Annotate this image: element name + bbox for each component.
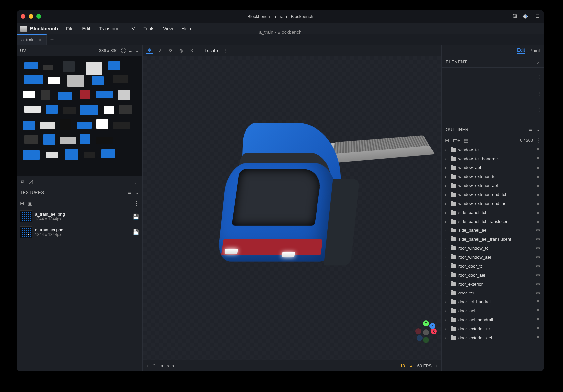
gizmo-y-axis[interactable]: Y xyxy=(423,320,429,326)
save-texture-icon[interactable]: 💾 xyxy=(132,213,139,220)
visibility-icon[interactable]: 👁 xyxy=(536,236,541,242)
warning-icon[interactable]: ▲ xyxy=(409,363,413,368)
rotate-tool-icon[interactable]: ⟳ xyxy=(167,47,174,54)
chevron-right-icon[interactable]: › xyxy=(445,309,448,313)
minimize-window-button[interactable] xyxy=(29,14,33,19)
element-options-icon[interactable]: ≡ xyxy=(529,59,532,65)
close-window-button[interactable] xyxy=(21,14,25,19)
chevron-right-icon[interactable]: › xyxy=(445,157,448,161)
chevron-right-icon[interactable]: › xyxy=(445,318,448,322)
texture-row[interactable]: a_train_tcl.png 1344 x 1344px 💾 xyxy=(17,224,142,240)
outliner-more-icon[interactable]: ⋮ xyxy=(536,137,541,143)
add-group-button[interactable]: 🗀+ xyxy=(453,137,460,143)
outliner-item[interactable]: ›roof_door_ael👁 xyxy=(442,271,544,280)
outliner-item[interactable]: ›window_exterior_end_ael👁 xyxy=(442,199,544,208)
breadcrumb-back-icon[interactable]: ‹ xyxy=(147,363,148,369)
visibility-icon[interactable]: 👁 xyxy=(536,281,541,287)
resize-tool-icon[interactable]: ⤢ xyxy=(157,47,163,54)
outliner-item[interactable]: ›window_tcl_handrails👁 xyxy=(442,154,544,163)
visibility-icon[interactable]: 👁 xyxy=(536,174,541,179)
visibility-icon[interactable]: 👁 xyxy=(536,210,541,215)
chevron-right-icon[interactable]: › xyxy=(445,211,448,215)
outliner-item[interactable]: ›door_ael_handrail👁 xyxy=(442,315,544,324)
chevron-right-icon[interactable]: › xyxy=(445,175,448,179)
visibility-icon[interactable]: 👁 xyxy=(536,201,541,206)
outliner-options-icon[interactable]: ≡ xyxy=(529,127,532,132)
menu-transform[interactable]: Transform xyxy=(96,25,123,33)
visibility-icon[interactable]: 👁 xyxy=(536,263,541,269)
warning-count[interactable]: 13 xyxy=(400,363,405,368)
visibility-icon[interactable]: 👁 xyxy=(536,254,541,260)
element-collapse-icon[interactable]: ⌄ xyxy=(536,59,540,65)
visibility-icon[interactable]: 👁 xyxy=(536,183,541,188)
outliner-item[interactable]: ›side_panel_ael👁 xyxy=(442,226,544,235)
import-texture-button[interactable]: ▣ xyxy=(28,200,32,206)
chevron-right-icon[interactable]: › xyxy=(445,246,448,250)
chevron-right-icon[interactable]: › xyxy=(445,193,448,197)
tab-a-train[interactable]: a_train × xyxy=(17,34,47,45)
chevron-right-icon[interactable]: › xyxy=(445,300,448,304)
viewport-menu-icon[interactable]: ☰ xyxy=(534,13,541,19)
visibility-icon[interactable]: 👁 xyxy=(536,245,541,251)
outliner-item[interactable]: ›door_tcl👁 xyxy=(442,289,544,297)
outliner-item[interactable]: ›window_tcl👁 xyxy=(442,145,544,154)
add-cube-button[interactable]: ⊞ xyxy=(445,137,449,143)
outliner-item[interactable]: ›window_exterior_ael👁 xyxy=(442,181,544,190)
chevron-right-icon[interactable]: › xyxy=(445,327,448,331)
outliner-collapse-icon[interactable]: ⌄ xyxy=(536,127,540,133)
uv-options-icon[interactable]: ≡ xyxy=(129,48,132,53)
fullscreen-icon[interactable]: ⛶ xyxy=(121,48,126,53)
save-texture-icon[interactable]: 💾 xyxy=(132,229,139,235)
mirror-icon[interactable]: ◿ xyxy=(29,179,33,185)
gizmo-z-axis[interactable]: Z xyxy=(429,323,435,329)
outliner-item[interactable]: ›window_exterior_end_tcl👁 xyxy=(442,190,544,199)
outliner-item[interactable]: ›side_panel_ael_translucent👁 xyxy=(442,235,544,244)
mode-paint[interactable]: Paint xyxy=(529,48,540,53)
visibility-icon[interactable]: 👁 xyxy=(536,219,541,224)
uv-collapse-icon[interactable]: ⌄ xyxy=(135,48,139,53)
uv-viewport[interactable] xyxy=(17,56,142,176)
screenshot-icon[interactable]: 🖼 xyxy=(512,13,518,19)
menu-help[interactable]: Help xyxy=(178,25,194,33)
chevron-right-icon[interactable]: › xyxy=(445,202,448,206)
chevron-right-icon[interactable]: › xyxy=(445,229,448,232)
link-icon[interactable]: ⧉ xyxy=(21,179,24,185)
visibility-icon[interactable]: 👁 xyxy=(536,228,541,233)
outliner-item[interactable]: ›door_tcl_handrail👁 xyxy=(442,297,544,306)
new-tab-button[interactable]: + xyxy=(47,36,57,43)
breadcrumb-root-icon[interactable]: 🗀 xyxy=(152,363,157,368)
outliner-item[interactable]: ›side_panel_tcl_translucent👁 xyxy=(442,217,544,226)
chevron-right-icon[interactable]: › xyxy=(445,184,448,188)
toggle-button[interactable]: ▤ xyxy=(464,137,468,143)
vertex-tool-icon[interactable]: ⤭ xyxy=(188,47,195,54)
visibility-icon[interactable]: 👁 xyxy=(536,272,541,278)
visibility-icon[interactable]: 👁 xyxy=(536,192,541,197)
chevron-right-icon[interactable]: › xyxy=(445,273,448,277)
visibility-icon[interactable]: 👁 xyxy=(536,308,541,314)
chevron-right-icon[interactable]: › xyxy=(445,255,448,259)
logo[interactable]: Blockbench xyxy=(20,26,58,32)
visibility-icon[interactable]: 👁 xyxy=(536,299,541,305)
outliner-item[interactable]: ›roof_exterior👁 xyxy=(442,280,544,289)
menu-uv[interactable]: UV xyxy=(125,25,138,33)
maximize-window-button[interactable] xyxy=(36,14,41,19)
outliner-item[interactable]: ›roof_door_tcl👁 xyxy=(442,262,544,271)
textures-more-icon[interactable]: ⋮ xyxy=(134,200,139,206)
menu-file[interactable]: File xyxy=(63,25,77,33)
menu-edit[interactable]: Edit xyxy=(79,25,94,33)
chevron-right-icon[interactable]: › xyxy=(445,220,448,224)
texture-row[interactable]: a_train_ael.png 1344 x 1344px 💾 xyxy=(17,208,142,224)
tab-close-icon[interactable]: × xyxy=(39,37,42,43)
menu-tools[interactable]: Tools xyxy=(140,25,158,33)
chevron-right-icon[interactable]: › xyxy=(445,166,448,170)
menu-view[interactable]: View xyxy=(160,25,176,33)
element-more-3[interactable]: ⋮ xyxy=(537,107,541,112)
mode-edit[interactable]: Edit xyxy=(517,47,525,54)
chevron-right-icon[interactable]: › xyxy=(445,282,448,286)
uv-more-icon[interactable]: ⋮ xyxy=(133,179,138,185)
outliner-item[interactable]: ›window_exterior_tcl👁 xyxy=(442,172,544,181)
breadcrumb[interactable]: a_train xyxy=(161,363,174,368)
move-tool-icon[interactable]: ✥ xyxy=(146,47,153,54)
outliner-item[interactable]: ›roof_window_ael👁 xyxy=(442,253,544,262)
chevron-right-icon[interactable]: › xyxy=(445,291,448,295)
